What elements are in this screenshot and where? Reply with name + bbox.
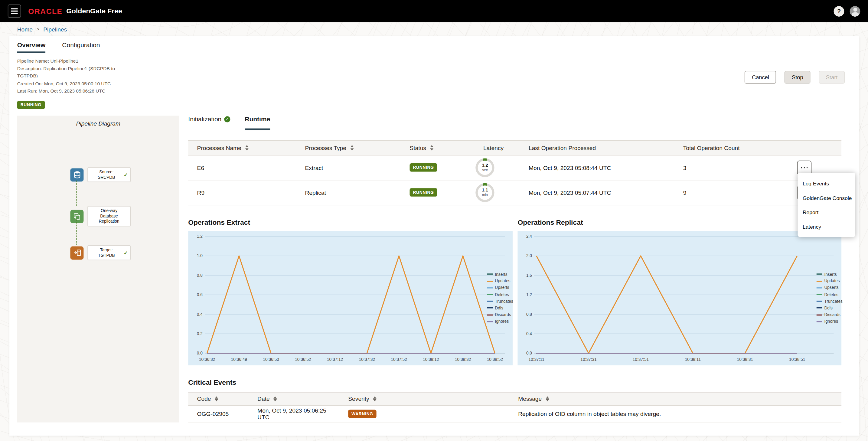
svg-text:10:36:50: 10:36:50 — [263, 357, 279, 362]
column-label: Status — [409, 145, 426, 151]
column-label: Last Operation Processed — [529, 145, 596, 151]
latency-unit: sec — [482, 168, 488, 172]
critical-table-body: OGG-02905Mon, Oct 9, 2023 05:06:25 UTCWA… — [188, 406, 841, 422]
column-label: Total Operation Count — [683, 145, 740, 151]
legend-label: Upserts — [495, 285, 509, 290]
sort-icon[interactable] — [274, 396, 277, 401]
legend-label: Deletes — [824, 292, 838, 297]
legend-item-upserts: Upserts — [816, 285, 843, 290]
latency-value: 3.2 — [482, 163, 488, 168]
column-label: Processes Type — [305, 145, 346, 151]
legend-item-truncates: Truncates — [816, 299, 843, 304]
chart-legend: InsertsUpdatesUpsertsDeletesTruncatesDdl… — [816, 272, 843, 326]
column-label: Message — [518, 396, 542, 402]
row-actions-context-menu: Log EventsGoldenGate ConsoleReportLatenc… — [798, 173, 855, 237]
svg-text:1.6: 1.6 — [526, 273, 532, 278]
hamburger-menu-button[interactable] — [8, 4, 21, 18]
help-button[interactable]: ? — [834, 6, 844, 16]
tab-configuration[interactable]: Configuration — [62, 41, 100, 53]
critical-events-table: CodeDateSeverityMessage OGG-02905Mon, Oc… — [188, 392, 841, 422]
total-operation-count: 3 — [674, 164, 786, 171]
menu-item-log-events[interactable]: Log Events — [798, 176, 855, 191]
critical-events-title: Critical Events — [188, 379, 841, 386]
svg-text:10:37:51: 10:37:51 — [633, 357, 649, 362]
svg-text:0.4: 0.4 — [197, 312, 203, 317]
breadcrumb-link-pipelines[interactable]: Pipelines — [43, 26, 67, 33]
menu-item-goldengate-console[interactable]: GoldenGate Console — [798, 191, 855, 205]
severity-badge: WARNING — [348, 410, 376, 418]
legend-swatch — [816, 301, 822, 302]
column-header-code: Code — [188, 396, 249, 402]
menu-item-report[interactable]: Report — [798, 205, 855, 219]
sort-icon[interactable] — [430, 145, 433, 150]
hamburger-icon — [11, 10, 18, 11]
svg-text:10:36:49: 10:36:49 — [231, 357, 247, 362]
svg-text:0.6: 0.6 — [197, 292, 203, 297]
column-header-latency: Latency — [474, 145, 520, 151]
svg-text:1.2: 1.2 — [526, 292, 532, 297]
runtime-section: Initialization✓Runtime Processes NamePro… — [188, 116, 841, 422]
svg-text:0.2: 0.2 — [197, 332, 203, 336]
user-avatar[interactable] — [850, 6, 861, 16]
sort-icon[interactable] — [215, 396, 218, 401]
last-operation-processed: Mon, Oct 9, 2023 05:07:44 UTC — [520, 189, 675, 196]
column-header-date: Date — [249, 396, 339, 402]
svg-text:10:36:32: 10:36:32 — [199, 357, 215, 362]
breadcrumb-link-home[interactable]: Home — [17, 26, 33, 33]
svg-text:10:36:52: 10:36:52 — [295, 357, 311, 362]
sort-icon[interactable] — [245, 145, 249, 150]
tab-label: Initialization — [188, 116, 221, 122]
sort-icon[interactable] — [373, 396, 376, 401]
svg-text:10:38:12: 10:38:12 — [423, 357, 439, 362]
chart-legend: InsertsUpdatesUpsertsDeletesTruncatesDdl… — [487, 272, 513, 326]
legend-swatch — [487, 321, 493, 322]
svg-text:0.0: 0.0 — [526, 351, 532, 355]
page-tabs: OverviewConfiguration — [9, 36, 859, 53]
svg-text:10:37:31: 10:37:31 — [580, 357, 596, 362]
sort-icon[interactable] — [350, 145, 353, 150]
svg-text:10:37:12: 10:37:12 — [327, 357, 343, 362]
critical-event-row: OGG-02905Mon, Oct 9, 2023 05:06:25 UTCWA… — [188, 406, 841, 422]
column-label: Date — [257, 396, 270, 402]
svg-text:10:38:52: 10:38:52 — [487, 357, 503, 362]
status-badge: RUNNING — [409, 164, 437, 172]
topbar: ORACLE GoldenGate Free ? — [0, 0, 868, 22]
legend-swatch — [816, 274, 822, 275]
legend-swatch — [487, 301, 493, 302]
latency-value: 1.1 — [482, 188, 488, 193]
check-icon: ✓ — [124, 250, 128, 256]
diagram-node-one-way-database-replication: One-wayDatabaseReplication — [70, 206, 131, 226]
diagram-connector — [76, 181, 77, 206]
charts-row: Operations Extract 0.00.20.40.60.81.01.2… — [188, 219, 841, 366]
svg-text:10:37:32: 10:37:32 — [359, 357, 375, 362]
legend-label: Deletes — [495, 292, 509, 297]
oracle-logo: ORACLE GoldenGate Free — [28, 7, 122, 15]
svg-text:10:38:32: 10:38:32 — [455, 357, 471, 362]
legend-item-upserts: Upserts — [487, 285, 513, 290]
operations-extract-title: Operations Extract — [188, 219, 513, 226]
process-type: Extract — [296, 164, 401, 171]
pipeline-description: Description: Replication Pipeline1 (SRCP… — [17, 65, 118, 80]
node-label: Source:SRCPDB✓ — [87, 167, 131, 182]
legend-label: Truncates — [495, 299, 513, 304]
tab-runtime[interactable]: Runtime — [245, 116, 270, 130]
event-code: OGG-02905 — [188, 410, 249, 417]
legend-label: Inserts — [495, 272, 507, 277]
legend-label: Discards — [824, 312, 840, 317]
legend-item-updates: Updates — [816, 279, 843, 283]
total-operation-count: 9 — [674, 189, 786, 196]
topbar-right: ? — [834, 6, 861, 16]
legend-item-inserts: Inserts — [816, 272, 843, 277]
column-header-message: Message — [509, 396, 841, 402]
legend-item-deletes: Deletes — [487, 292, 513, 297]
svg-text:10:37:52: 10:37:52 — [391, 357, 407, 362]
tab-initialization[interactable]: Initialization✓ — [188, 116, 230, 130]
critical-table-header: CodeDateSeverityMessage — [188, 392, 841, 406]
cancel-button[interactable]: Cancel — [745, 71, 776, 84]
sort-icon[interactable] — [546, 396, 549, 401]
tab-overview[interactable]: Overview — [17, 41, 46, 53]
menu-item-latency[interactable]: Latency — [798, 219, 855, 234]
operations-replicat-section: Operations Replicat 0.00.40.81.21.62.02.… — [518, 219, 841, 366]
operations-replicat-chart: 0.00.40.81.21.62.02.410:37:1110:37:3110:… — [518, 231, 841, 366]
stop-button[interactable]: Stop — [784, 71, 810, 84]
